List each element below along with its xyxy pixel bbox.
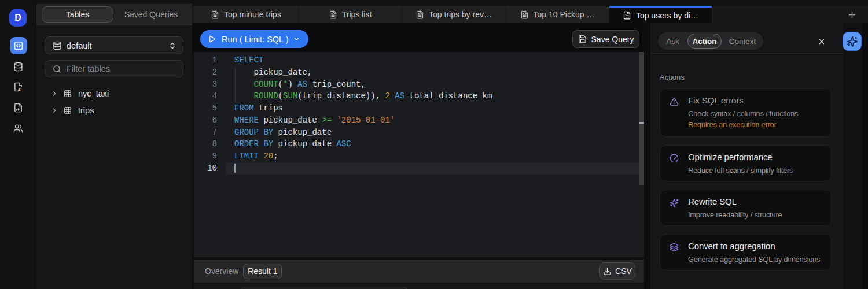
svg-text:AI: AI: [18, 88, 22, 92]
